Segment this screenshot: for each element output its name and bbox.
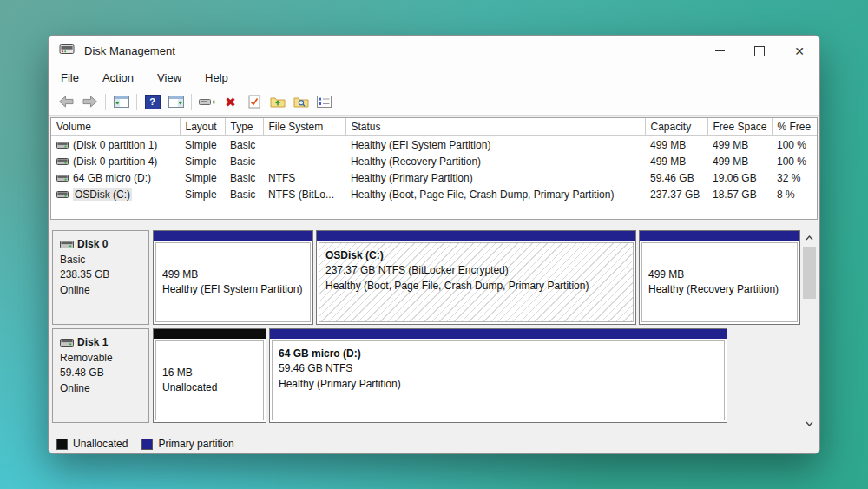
chevron-up-icon [806, 235, 813, 241]
partition-status: Healthy (EFI System Partition) [162, 282, 310, 297]
column-header-type[interactable]: Type [225, 118, 263, 136]
disk-icon [60, 339, 74, 347]
folder-up-icon [270, 96, 286, 108]
table-row[interactable]: OSDisk (C:) Simple Basic NTFS (BitLo... … [51, 186, 817, 202]
partition-size: 499 MB [162, 268, 310, 282]
table-row[interactable]: (Disk 0 partition 1) Simple Basic Health… [51, 136, 817, 154]
column-header-status[interactable]: Status [345, 118, 645, 136]
disk-1-row: Disk 1 Removable 59.48 GB Online 16 MB U… [50, 328, 818, 425]
table-row[interactable]: (Disk 0 partition 4) Simple Basic Health… [51, 153, 817, 169]
cell-file-system: NTFS [263, 169, 345, 186]
primary-partition-swatch [141, 439, 153, 450]
cell-pct-free: 100 % [772, 153, 817, 169]
column-header-volume[interactable]: Volume [51, 118, 180, 136]
cell-type: Basic [225, 186, 263, 202]
partition-status: Unallocated [162, 380, 263, 395]
forward-button[interactable] [78, 91, 102, 112]
disk-type: Basic [60, 253, 148, 268]
cell-free-space: 499 MB [707, 136, 772, 154]
legend-label: Primary partition [158, 438, 233, 450]
column-header-layout[interactable]: Layout [180, 118, 225, 136]
legend-item-primary-partition: Primary partition [141, 438, 233, 450]
partition-unallocated[interactable]: 16 MB Unallocated [153, 328, 266, 423]
volume-icon [56, 158, 69, 165]
volume-icon [56, 191, 69, 198]
minimize-icon [715, 50, 725, 51]
chevron-down-icon [806, 421, 813, 426]
cell-file-system [263, 136, 345, 154]
disk-status: Online [60, 381, 148, 396]
cell-pct-free: 8 % [772, 186, 817, 202]
open-button[interactable] [266, 91, 289, 112]
legend-bar: Unallocated Primary partition [50, 433, 818, 454]
close-button[interactable]: ✕ [779, 36, 819, 66]
cell-layout: Simple [180, 153, 225, 169]
disk-viewer-button[interactable] [195, 91, 219, 112]
column-header-file-system[interactable]: File System [263, 118, 345, 136]
toolbar-separator [191, 94, 192, 110]
window-title: Disk Management [84, 44, 175, 57]
menu-action[interactable]: Action [102, 71, 134, 84]
disk-0-label-panel[interactable]: Disk 0 Basic 238.35 GB Online [52, 230, 149, 325]
cell-free-space: 499 MB [707, 153, 772, 169]
maximize-button[interactable] [740, 36, 779, 66]
column-header-pct-free[interactable]: % Free [772, 118, 817, 136]
checklist-icon [317, 96, 332, 108]
show-console-tree-button[interactable] [109, 91, 133, 112]
table-header-row: Volume Layout Type File System Status Ca… [51, 118, 817, 136]
menu-file[interactable]: File [61, 71, 79, 84]
vertical-scrollbar[interactable] [802, 230, 817, 431]
graphical-view: Disk 0 Basic 238.35 GB Online 499 MB Hea… [50, 228, 818, 433]
back-button[interactable] [55, 91, 78, 112]
cell-layout: Simple [180, 169, 225, 186]
volume-table: Volume Layout Type File System Status Ca… [51, 118, 817, 202]
mark-partition-button[interactable] [242, 91, 266, 112]
partition-size: 499 MB [648, 268, 797, 282]
partition-efi-system[interactable]: 499 MB Healthy (EFI System Partition) [153, 230, 313, 325]
cell-capacity: 237.37 GB [645, 186, 707, 202]
back-icon [58, 96, 75, 108]
minimize-button[interactable] [700, 36, 740, 66]
volume-name: OSDisk (C:) [73, 188, 132, 201]
partition-type-bar [154, 231, 312, 241]
partition-osdisk-c[interactable]: OSDisk (C:) 237.37 GB NTFS (BitLocker En… [316, 230, 636, 325]
scroll-down-button[interactable] [802, 416, 817, 431]
document-check-icon [248, 95, 260, 109]
disk-name: Disk 0 [77, 238, 108, 250]
disk-type: Removable [60, 351, 148, 366]
partition-recovery[interactable]: 499 MB Healthy (Recovery Partition) [639, 230, 800, 325]
folder-search-icon [293, 96, 309, 108]
cell-type: Basic [225, 169, 263, 186]
action-pane-icon [168, 96, 184, 108]
title-bar: Disk Management ✕ [49, 36, 819, 66]
scroll-thumb[interactable] [803, 247, 816, 299]
cell-free-space: 19.06 GB [707, 169, 772, 186]
column-header-free-space[interactable]: Free Space [707, 118, 772, 136]
cell-capacity: 59.46 GB [645, 169, 707, 186]
partition-size: 16 MB [162, 366, 263, 380]
show-action-pane-button[interactable] [164, 91, 187, 112]
maximize-icon [754, 46, 765, 56]
menu-view[interactable]: View [157, 71, 181, 84]
partition-type-bar [640, 231, 799, 241]
cell-capacity: 499 MB [645, 153, 707, 169]
partition-64gb-micro-d[interactable]: 64 GB micro (D:) 59.46 GB NTFS Healthy (… [269, 328, 727, 423]
disk-1-label-panel[interactable]: Disk 1 Removable 59.48 GB Online [52, 328, 149, 423]
table-row[interactable]: 64 GB micro (D:) Simple Basic NTFS Healt… [51, 169, 817, 186]
cell-layout: Simple [180, 186, 225, 202]
legend-label: Unallocated [73, 438, 128, 450]
legend-item-unallocated: Unallocated [56, 438, 128, 450]
menu-bar: File Action View Help [49, 66, 819, 89]
close-icon: ✕ [794, 45, 805, 57]
cell-free-space: 18.57 GB [707, 186, 772, 202]
explore-button[interactable] [289, 91, 312, 112]
partition-status: Healthy (Primary Partition) [279, 377, 724, 392]
help-icon: ? [145, 95, 161, 109]
view-options-button[interactable] [312, 91, 336, 112]
scroll-up-button[interactable] [802, 230, 817, 245]
delete-volume-button[interactable]: ✖ [219, 91, 242, 112]
menu-help[interactable]: Help [205, 71, 228, 84]
help-button[interactable]: ? [141, 91, 164, 112]
app-icon [59, 43, 76, 59]
column-header-capacity[interactable]: Capacity [645, 118, 707, 136]
